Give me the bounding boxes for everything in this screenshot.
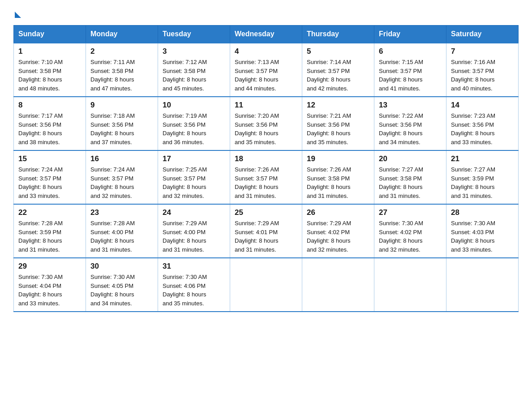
calendar-cell bbox=[446, 258, 519, 312]
calendar-cell: 9 Sunrise: 7:18 AMSunset: 3:56 PMDayligh… bbox=[86, 97, 158, 150]
day-number: 21 bbox=[451, 154, 514, 163]
day-number: 6 bbox=[379, 47, 442, 56]
day-number: 26 bbox=[307, 208, 369, 217]
week-row-2: 8 Sunrise: 7:17 AMSunset: 3:56 PMDayligh… bbox=[14, 97, 519, 150]
day-info: Sunrise: 7:16 AMSunset: 3:57 PMDaylight:… bbox=[451, 58, 514, 93]
day-info: Sunrise: 7:30 AMSunset: 4:04 PMDaylight:… bbox=[18, 273, 81, 308]
day-info: Sunrise: 7:28 AMSunset: 3:59 PMDaylight:… bbox=[18, 219, 81, 254]
day-number: 18 bbox=[235, 154, 297, 163]
day-info: Sunrise: 7:27 AMSunset: 3:58 PMDaylight:… bbox=[379, 165, 442, 200]
day-info: Sunrise: 7:12 AMSunset: 3:58 PMDaylight:… bbox=[163, 58, 225, 93]
column-header-thursday: Thursday bbox=[302, 26, 374, 43]
day-number: 15 bbox=[18, 154, 81, 163]
day-number: 13 bbox=[379, 101, 442, 110]
day-info: Sunrise: 7:30 AMSunset: 4:05 PMDaylight:… bbox=[90, 273, 153, 308]
column-header-saturday: Saturday bbox=[446, 26, 519, 43]
day-number: 1 bbox=[18, 47, 81, 56]
page-header bbox=[13, 9, 519, 16]
column-header-tuesday: Tuesday bbox=[158, 26, 230, 43]
day-info: Sunrise: 7:26 AMSunset: 3:57 PMDaylight:… bbox=[235, 165, 297, 200]
logo bbox=[13, 9, 21, 16]
calendar-cell: 2 Sunrise: 7:11 AMSunset: 3:58 PMDayligh… bbox=[86, 43, 158, 97]
calendar-cell: 3 Sunrise: 7:12 AMSunset: 3:58 PMDayligh… bbox=[158, 43, 230, 97]
calendar-cell: 26 Sunrise: 7:29 AMSunset: 4:02 PMDaylig… bbox=[302, 204, 374, 258]
calendar-cell: 29 Sunrise: 7:30 AMSunset: 4:04 PMDaylig… bbox=[14, 258, 86, 312]
calendar-cell: 21 Sunrise: 7:27 AMSunset: 3:59 PMDaylig… bbox=[446, 150, 519, 204]
calendar-cell: 27 Sunrise: 7:30 AMSunset: 4:02 PMDaylig… bbox=[374, 204, 446, 258]
calendar-cell: 11 Sunrise: 7:20 AMSunset: 3:56 PMDaylig… bbox=[230, 97, 302, 150]
day-info: Sunrise: 7:25 AMSunset: 3:57 PMDaylight:… bbox=[163, 165, 225, 200]
day-number: 16 bbox=[90, 154, 153, 163]
calendar-cell: 24 Sunrise: 7:29 AMSunset: 4:00 PMDaylig… bbox=[158, 204, 230, 258]
day-number: 29 bbox=[18, 262, 81, 271]
week-row-5: 29 Sunrise: 7:30 AMSunset: 4:04 PMDaylig… bbox=[14, 258, 519, 312]
calendar-cell: 8 Sunrise: 7:17 AMSunset: 3:56 PMDayligh… bbox=[14, 97, 86, 150]
day-number: 17 bbox=[163, 154, 225, 163]
day-info: Sunrise: 7:29 AMSunset: 4:02 PMDaylight:… bbox=[307, 219, 369, 254]
day-number: 4 bbox=[235, 47, 297, 56]
day-number: 25 bbox=[235, 208, 297, 217]
day-info: Sunrise: 7:11 AMSunset: 3:58 PMDaylight:… bbox=[90, 58, 153, 93]
day-info: Sunrise: 7:29 AMSunset: 4:00 PMDaylight:… bbox=[163, 219, 225, 254]
calendar-cell: 14 Sunrise: 7:23 AMSunset: 3:56 PMDaylig… bbox=[446, 97, 519, 150]
calendar-cell: 16 Sunrise: 7:24 AMSunset: 3:57 PMDaylig… bbox=[86, 150, 158, 204]
day-number: 24 bbox=[163, 208, 225, 217]
day-info: Sunrise: 7:30 AMSunset: 4:03 PMDaylight:… bbox=[451, 219, 514, 254]
day-info: Sunrise: 7:29 AMSunset: 4:01 PMDaylight:… bbox=[235, 219, 297, 254]
calendar-cell bbox=[302, 258, 374, 312]
calendar-cell bbox=[230, 258, 302, 312]
calendar-cell: 18 Sunrise: 7:26 AMSunset: 3:57 PMDaylig… bbox=[230, 150, 302, 204]
day-number: 3 bbox=[163, 47, 225, 56]
calendar-cell: 15 Sunrise: 7:24 AMSunset: 3:57 PMDaylig… bbox=[14, 150, 86, 204]
calendar-cell: 31 Sunrise: 7:30 AMSunset: 4:06 PMDaylig… bbox=[158, 258, 230, 312]
week-row-1: 1 Sunrise: 7:10 AMSunset: 3:58 PMDayligh… bbox=[14, 43, 519, 97]
day-number: 10 bbox=[163, 101, 225, 110]
day-number: 30 bbox=[90, 262, 153, 271]
header-row: SundayMondayTuesdayWednesdayThursdayFrid… bbox=[14, 26, 519, 43]
day-info: Sunrise: 7:21 AMSunset: 3:56 PMDaylight:… bbox=[307, 111, 369, 146]
day-number: 12 bbox=[307, 101, 369, 110]
day-info: Sunrise: 7:17 AMSunset: 3:56 PMDaylight:… bbox=[18, 111, 81, 146]
day-info: Sunrise: 7:24 AMSunset: 3:57 PMDaylight:… bbox=[90, 165, 153, 200]
calendar-cell: 12 Sunrise: 7:21 AMSunset: 3:56 PMDaylig… bbox=[302, 97, 374, 150]
calendar-cell: 19 Sunrise: 7:26 AMSunset: 3:58 PMDaylig… bbox=[302, 150, 374, 204]
day-number: 19 bbox=[307, 154, 369, 163]
day-number: 28 bbox=[451, 208, 514, 217]
calendar-cell: 10 Sunrise: 7:19 AMSunset: 3:56 PMDaylig… bbox=[158, 97, 230, 150]
day-info: Sunrise: 7:23 AMSunset: 3:56 PMDaylight:… bbox=[451, 111, 514, 146]
day-info: Sunrise: 7:30 AMSunset: 4:06 PMDaylight:… bbox=[163, 273, 225, 308]
day-info: Sunrise: 7:28 AMSunset: 4:00 PMDaylight:… bbox=[90, 219, 153, 254]
day-number: 9 bbox=[90, 101, 153, 110]
calendar-cell: 22 Sunrise: 7:28 AMSunset: 3:59 PMDaylig… bbox=[14, 204, 86, 258]
week-row-3: 15 Sunrise: 7:24 AMSunset: 3:57 PMDaylig… bbox=[14, 150, 519, 204]
day-info: Sunrise: 7:26 AMSunset: 3:58 PMDaylight:… bbox=[307, 165, 369, 200]
week-row-4: 22 Sunrise: 7:28 AMSunset: 3:59 PMDaylig… bbox=[14, 204, 519, 258]
calendar-cell: 1 Sunrise: 7:10 AMSunset: 3:58 PMDayligh… bbox=[14, 43, 86, 97]
day-info: Sunrise: 7:30 AMSunset: 4:02 PMDaylight:… bbox=[379, 219, 442, 254]
day-number: 2 bbox=[90, 47, 153, 56]
day-info: Sunrise: 7:20 AMSunset: 3:56 PMDaylight:… bbox=[235, 111, 297, 146]
day-number: 7 bbox=[451, 47, 514, 56]
day-info: Sunrise: 7:15 AMSunset: 3:57 PMDaylight:… bbox=[379, 58, 442, 93]
day-number: 8 bbox=[18, 101, 81, 110]
day-number: 31 bbox=[163, 262, 225, 271]
day-number: 23 bbox=[90, 208, 153, 217]
day-info: Sunrise: 7:19 AMSunset: 3:56 PMDaylight:… bbox=[163, 111, 225, 146]
day-info: Sunrise: 7:14 AMSunset: 3:57 PMDaylight:… bbox=[307, 58, 369, 93]
calendar-table: SundayMondayTuesdayWednesdayThursdayFrid… bbox=[13, 25, 519, 312]
calendar-cell: 17 Sunrise: 7:25 AMSunset: 3:57 PMDaylig… bbox=[158, 150, 230, 204]
day-number: 20 bbox=[379, 154, 442, 163]
day-info: Sunrise: 7:24 AMSunset: 3:57 PMDaylight:… bbox=[18, 165, 81, 200]
day-info: Sunrise: 7:13 AMSunset: 3:57 PMDaylight:… bbox=[235, 58, 297, 93]
calendar-cell: 20 Sunrise: 7:27 AMSunset: 3:58 PMDaylig… bbox=[374, 150, 446, 204]
column-header-sunday: Sunday bbox=[14, 26, 86, 43]
calendar-cell: 4 Sunrise: 7:13 AMSunset: 3:57 PMDayligh… bbox=[230, 43, 302, 97]
day-number: 14 bbox=[451, 101, 514, 110]
logo-arrow-icon bbox=[15, 12, 21, 18]
calendar-cell: 28 Sunrise: 7:30 AMSunset: 4:03 PMDaylig… bbox=[446, 204, 519, 258]
calendar-cell bbox=[374, 258, 446, 312]
calendar-cell: 6 Sunrise: 7:15 AMSunset: 3:57 PMDayligh… bbox=[374, 43, 446, 97]
day-number: 11 bbox=[235, 101, 297, 110]
calendar-cell: 7 Sunrise: 7:16 AMSunset: 3:57 PMDayligh… bbox=[446, 43, 519, 97]
day-info: Sunrise: 7:27 AMSunset: 3:59 PMDaylight:… bbox=[451, 165, 514, 200]
